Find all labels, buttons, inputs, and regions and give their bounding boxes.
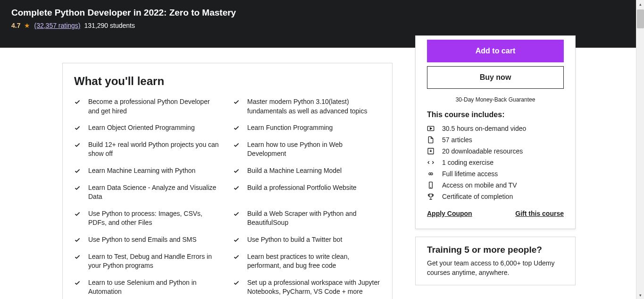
- includes-text: 30.5 hours on-demand video: [442, 125, 526, 132]
- wyl-item: Become a professional Python Developer a…: [74, 95, 222, 118]
- apply-coupon-link[interactable]: Apply Coupon: [427, 210, 472, 217]
- wyl-item: Learn Machine Learning with Python: [74, 164, 222, 178]
- check-icon: [74, 211, 81, 217]
- purchase-card: Add to cart Buy now 30-Day Money-Back Gu…: [415, 35, 576, 229]
- check-icon: [233, 168, 240, 174]
- infinity-icon: [427, 170, 435, 178]
- wyl-text: Learn Machine Learning with Python: [88, 166, 195, 176]
- wyl-item: Build a Machine Learning Model: [233, 164, 381, 178]
- check-icon: [233, 211, 240, 217]
- wyl-title: What you'll learn: [74, 75, 381, 88]
- course-meta: 4.7 ★ (32,357 ratings) 131,290 students: [11, 22, 633, 29]
- code-icon: [427, 159, 435, 166]
- wyl-item: Set up a professional workspace with Jup…: [233, 276, 381, 299]
- wyl-text: Build a professional Portfolio Website: [247, 183, 357, 193]
- wyl-text: Learn Function Programming: [247, 123, 333, 133]
- wyl-item: Learn how to use Python in Web Developme…: [233, 138, 381, 161]
- check-icon: [74, 168, 81, 174]
- wyl-text: Set up a professional workspace with Jup…: [247, 278, 381, 297]
- rating-value: 4.7: [11, 22, 20, 29]
- scroll-up-arrow[interactable]: ▴: [636, 0, 644, 8]
- scroll-down-arrow[interactable]: ▾: [636, 291, 644, 299]
- check-icon: [233, 125, 240, 131]
- wyl-item: Learn Object Oriented Programming: [74, 121, 222, 135]
- gift-course-link[interactable]: Gift this course: [515, 210, 564, 217]
- includes-item: 57 articles: [427, 134, 564, 145]
- check-icon: [233, 185, 240, 191]
- add-to-cart-button[interactable]: Add to cart: [427, 40, 564, 62]
- wyl-text: Build a Machine Learning Model: [247, 166, 342, 176]
- includes-text: 1 coding exercise: [442, 159, 493, 166]
- wyl-text: Learn to Test, Debug and Handle Errors i…: [88, 252, 222, 271]
- includes-text: Certificate of completion: [442, 193, 513, 200]
- check-icon: [74, 142, 81, 148]
- wyl-text: Use Python to process: Images, CSVs, PDF…: [88, 209, 222, 228]
- check-icon: [233, 237, 240, 243]
- includes-item: Certificate of completion: [427, 191, 564, 202]
- team-desc: Get your team access to 6,000+ top Udemy…: [427, 259, 564, 277]
- file-icon: [427, 136, 435, 144]
- students-count: 131,290 students: [84, 22, 135, 29]
- includes-item: Access on mobile and TV: [427, 179, 564, 191]
- includes-text: Access on mobile and TV: [442, 181, 517, 189]
- check-icon: [74, 125, 81, 131]
- download-icon: [427, 147, 435, 155]
- includes-item: 20 downloadable resources: [427, 145, 564, 157]
- team-training-card: Training 5 or more people? Get your team…: [415, 237, 576, 285]
- trophy-icon: [427, 193, 435, 200]
- includes-item: 1 coding exercise: [427, 157, 564, 168]
- includes-text: 20 downloadable resources: [442, 147, 523, 155]
- team-title: Training 5 or more people?: [427, 245, 564, 255]
- wyl-text: Use Python to build a Twitter bot: [247, 235, 342, 245]
- includes-item: 30.5 hours on-demand video: [427, 123, 564, 134]
- video-icon: [427, 125, 435, 132]
- check-icon: [74, 185, 81, 191]
- wyl-item: Learn to Test, Debug and Handle Errors i…: [74, 250, 222, 273]
- vertical-scrollbar[interactable]: ▴ ▾: [636, 0, 644, 299]
- check-icon: [233, 142, 240, 148]
- wyl-item: Use Python to build a Twitter bot: [233, 233, 381, 247]
- wyl-item: Learn Function Programming: [233, 121, 381, 135]
- wyl-text: Master modern Python 3.10(latest) fundam…: [247, 97, 381, 116]
- money-back-guarantee: 30-Day Money-Back Guarantee: [427, 93, 564, 111]
- check-icon: [233, 254, 240, 260]
- check-icon: [74, 237, 81, 243]
- wyl-item: Build a Web Scraper with Python and Beau…: [233, 207, 381, 230]
- ratings-link[interactable]: (32,357 ratings): [34, 22, 80, 29]
- wyl-text: Become a professional Python Developer a…: [88, 97, 222, 116]
- wyl-item: Master modern Python 3.10(latest) fundam…: [233, 95, 381, 118]
- includes-item: Full lifetime access: [427, 168, 564, 179]
- includes-title: This course includes:: [427, 111, 564, 119]
- wyl-text: Learn Data Science - Analyze and Visuali…: [88, 183, 222, 202]
- includes-text: Full lifetime access: [442, 170, 498, 178]
- check-icon: [74, 280, 81, 286]
- check-icon: [233, 280, 240, 286]
- mobile-icon: [427, 181, 435, 189]
- wyl-text: Learn to use Selenium and Python in Auto…: [88, 278, 222, 297]
- wyl-item: Learn Data Science - Analyze and Visuali…: [74, 181, 222, 204]
- what-youll-learn-box: What you'll learn Become a professional …: [62, 63, 393, 299]
- svg-point-3: [431, 187, 431, 188]
- check-icon: [74, 99, 81, 105]
- wyl-item: Use Python to send Emails and SMS: [74, 233, 222, 247]
- includes-text: 57 articles: [442, 136, 472, 144]
- wyl-item: Learn to use Selenium and Python in Auto…: [74, 276, 222, 299]
- wyl-text: Learn how to use Python in Web Developme…: [247, 140, 381, 159]
- scroll-thumb[interactable]: [637, 9, 644, 28]
- wyl-text: Learn Object Oriented Programming: [88, 123, 195, 133]
- wyl-item: Learn best practices to write clean, per…: [233, 250, 381, 273]
- course-title: Complete Python Developer in 2022: Zero …: [11, 8, 633, 18]
- wyl-item: Build a professional Portfolio Website: [233, 181, 381, 204]
- wyl-item: Build 12+ real world Python projects you…: [74, 138, 222, 161]
- wyl-text: Build 12+ real world Python projects you…: [88, 140, 222, 159]
- check-icon: [74, 254, 81, 260]
- wyl-text: Use Python to send Emails and SMS: [88, 235, 197, 245]
- buy-now-button[interactable]: Buy now: [427, 66, 564, 89]
- check-icon: [233, 99, 240, 105]
- wyl-item: Use Python to process: Images, CSVs, PDF…: [74, 207, 222, 230]
- wyl-text: Learn best practices to write clean, per…: [247, 252, 381, 271]
- wyl-text: Build a Web Scraper with Python and Beau…: [247, 209, 381, 228]
- star-icon: ★: [24, 22, 30, 29]
